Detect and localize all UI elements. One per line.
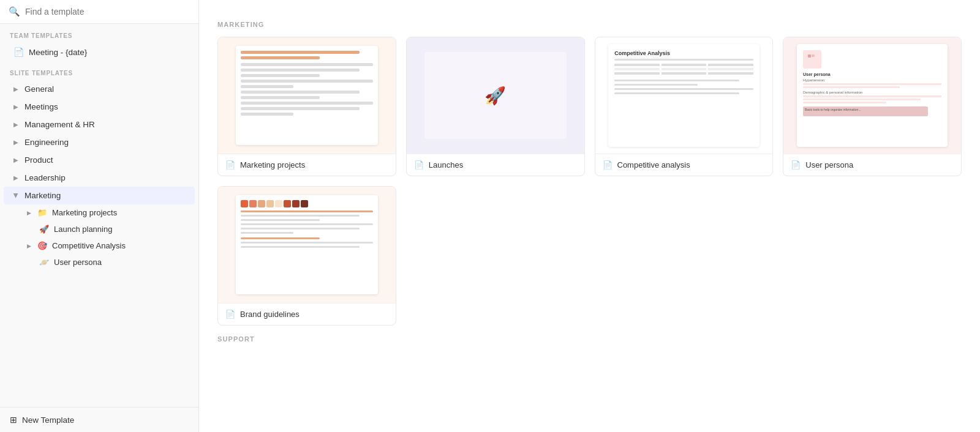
color-dot (258, 200, 265, 207)
support-section-title: SUPPORT (217, 335, 962, 343)
search-bar[interactable]: 🔍 (0, 0, 198, 24)
ca-preview: Competitive Analysis (608, 44, 759, 146)
card-footer-launches: 📄 Launches (407, 154, 584, 176)
svg-rect-1 (812, 54, 815, 57)
color-dot (266, 200, 274, 207)
sidebar-item-meetings[interactable]: ▶ Meetings (4, 98, 195, 116)
sidebar-item-management-hr[interactable]: ▶ Management & HR (4, 116, 195, 133)
rocket-icon: 🚀 (39, 225, 49, 234)
sidebar-subitem-launch-planning[interactable]: 🚀 Launch planning (4, 221, 195, 237)
bg-preview (236, 195, 378, 294)
card-footer-marketing-projects: 📄 Marketing projects (218, 154, 396, 176)
doc-icon: 📄 (225, 310, 235, 319)
launch-planning-label: Launch planning (54, 225, 112, 234)
slite-templates-label: SLITE TEMPLATES (0, 61, 198, 80)
doc-icon: 📄 (603, 160, 612, 169)
engineering-label: Engineering (24, 138, 69, 147)
new-template-button[interactable]: ⊞ New Template (0, 407, 198, 432)
sidebar-item-engineering[interactable]: ▶ Engineering (4, 133, 195, 151)
target-icon: 🎯 (37, 241, 47, 250)
card-preview-marketing-projects (218, 37, 396, 154)
marketing-cards-row1: 📄 Marketing projects 🚀 📄 Launches Compet… (217, 37, 962, 176)
card-launches[interactable]: 🚀 📄 Launches (406, 37, 585, 176)
marketing-section-title: MARKETING (217, 21, 962, 28)
new-template-label: New Template (22, 415, 74, 425)
new-template-icon: ⊞ (10, 415, 17, 425)
meetings-label: Meetings (24, 102, 58, 111)
color-dot (292, 200, 300, 207)
planet-icon: 🪐 (39, 258, 49, 267)
up-preview: User persona Hypertension Demographic & … (797, 44, 948, 146)
search-input[interactable] (25, 7, 190, 17)
card-footer-brand-guidelines: 📄 Brand guidelines (218, 303, 396, 325)
search-icon: 🔍 (9, 6, 20, 17)
sidebar-subitem-competitive-analysis[interactable]: ▶ 🎯 Competitive Analysis (4, 237, 195, 254)
user-persona-label: User persona (54, 258, 102, 267)
color-dot (275, 200, 282, 207)
marketing-cards-row2: 📄 Brand guidelines (217, 186, 962, 326)
doc-icon: 📄 (225, 160, 235, 169)
card-footer-user-persona: 📄 User persona (783, 154, 961, 176)
doc-icon: 📄 (791, 160, 801, 169)
svg-rect-2 (808, 59, 815, 61)
general-label: General (24, 84, 54, 94)
doc-icon: 📄 (414, 160, 424, 169)
mini-doc (236, 46, 378, 145)
management-hr-label: Management & HR (24, 120, 95, 129)
sidebar-scroll: TEAM TEMPLATES 📄 Meeting - {date} SLITE … (0, 24, 198, 407)
sidebar-item-general[interactable]: ▶ General (4, 80, 195, 98)
sidebar: 🔍 TEAM TEMPLATES 📄 Meeting - {date} SLIT… (0, 0, 199, 432)
chevron-icon: ▶ (27, 210, 31, 216)
chevron-down-icon: ▶ (13, 193, 20, 198)
svg-rect-0 (808, 54, 811, 58)
chevron-icon: ▶ (13, 86, 18, 92)
card-preview-competitive: Competitive Analysis (595, 37, 773, 154)
card-preview-user-persona: User persona Hypertension Demographic & … (783, 37, 961, 154)
main-content: MARKETING (199, 0, 980, 432)
up-img (803, 50, 821, 69)
color-dot (241, 200, 248, 207)
bg-colors (241, 200, 373, 207)
color-dot (301, 200, 308, 207)
card-footer-competitive: 📄 Competitive analysis (595, 154, 773, 176)
product-label: Product (24, 155, 53, 165)
leadership-label: Leadership (24, 173, 66, 182)
card-label-user-persona: User persona (805, 160, 853, 169)
card-label-marketing-projects: Marketing projects (240, 160, 305, 169)
card-marketing-projects[interactable]: 📄 Marketing projects (217, 37, 396, 176)
card-preview-launches: 🚀 (407, 37, 584, 154)
card-brand-guidelines[interactable]: 📄 Brand guidelines (217, 186, 396, 326)
document-icon: 📄 (13, 47, 24, 57)
team-templates-label: TEAM TEMPLATES (0, 24, 198, 43)
card-competitive-analysis[interactable]: Competitive Analysis (595, 37, 774, 176)
color-dot (284, 200, 291, 207)
sidebar-item-leadership[interactable]: ▶ Leadership (4, 169, 195, 187)
launches-preview: 🚀 (424, 52, 567, 140)
card-label-launches: Launches (429, 160, 463, 169)
competitive-analysis-label: Competitive Analysis (52, 241, 126, 250)
sidebar-item-meeting-date[interactable]: 📄 Meeting - {date} (4, 43, 195, 61)
chevron-icon: ▶ (27, 243, 31, 249)
rocket-preview-icon: 🚀 (484, 86, 506, 106)
chevron-icon: ▶ (13, 121, 18, 128)
sidebar-subitem-user-persona[interactable]: 🪐 User persona (4, 254, 195, 270)
card-label-brand-guidelines: Brand guidelines (240, 310, 300, 319)
folder-icon: 📁 (37, 208, 47, 217)
marketing-projects-label: Marketing projects (52, 208, 117, 217)
ca-title: Competitive Analysis (614, 50, 753, 56)
chevron-icon: ▶ (13, 174, 18, 181)
sidebar-subitem-marketing-projects[interactable]: ▶ 📁 Marketing projects (4, 204, 195, 221)
sidebar-item-product[interactable]: ▶ Product (4, 151, 195, 169)
chevron-icon: ▶ (13, 139, 18, 146)
card-user-persona[interactable]: User persona Hypertension Demographic & … (783, 37, 962, 176)
chevron-icon: ▶ (13, 157, 18, 163)
marketing-label: Marketing (24, 191, 61, 200)
card-preview-brand (218, 187, 396, 303)
sidebar-item-marketing[interactable]: ▶ Marketing (4, 187, 195, 204)
meeting-date-label: Meeting - {date} (29, 48, 87, 57)
card-label-competitive: Competitive analysis (617, 160, 690, 169)
color-dot (249, 200, 257, 207)
chevron-icon: ▶ (13, 103, 18, 110)
